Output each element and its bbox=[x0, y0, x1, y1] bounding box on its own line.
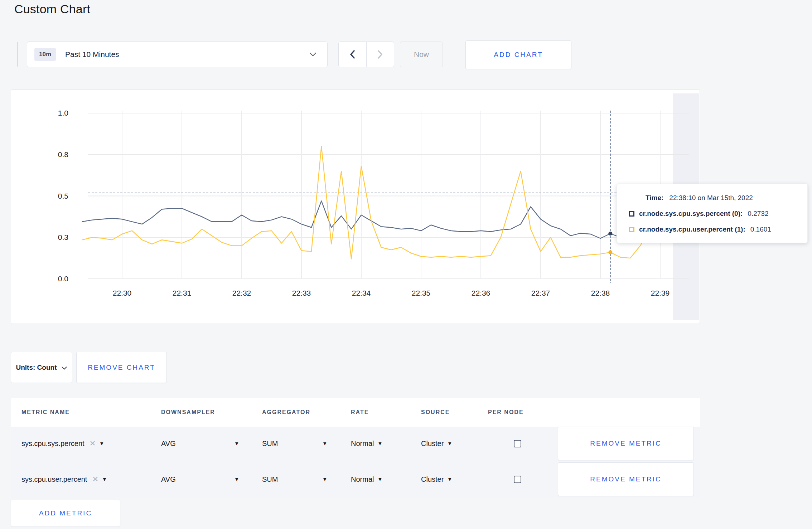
aggregator-dropdown[interactable]: SUM ▼ bbox=[262, 475, 327, 484]
now-button[interactable]: Now bbox=[400, 42, 443, 67]
svg-text:0.5: 0.5 bbox=[58, 192, 68, 200]
remove-chart-button[interactable]: REMOVE CHART bbox=[76, 352, 167, 383]
metric-name-value: sys.cpu.sys.percent bbox=[21, 440, 84, 448]
rate-dropdown[interactable]: Normal ▼ bbox=[351, 440, 421, 448]
time-back-button[interactable] bbox=[339, 42, 366, 67]
metric-name-dropdown[interactable]: sys.cpu.sys.percent ✕ ▼ bbox=[21, 439, 161, 448]
source-dropdown[interactable]: Cluster ▼ bbox=[421, 440, 488, 448]
aggregator-dropdown[interactable]: SUM ▼ bbox=[262, 440, 327, 448]
time-forward-button[interactable] bbox=[366, 42, 394, 67]
svg-text:0.0: 0.0 bbox=[58, 275, 68, 283]
time-range-label: Past 10 Minutes bbox=[65, 50, 119, 59]
tooltip-series-row: cr.node.sys.cpu.user.percent (1): 0.1601 bbox=[629, 225, 800, 233]
tooltip-series-value: 0.2732 bbox=[748, 210, 768, 218]
caret-down-icon: ▼ bbox=[322, 441, 327, 446]
add-chart-button[interactable]: ADD CHART bbox=[465, 40, 571, 69]
caret-down-icon: ▼ bbox=[102, 476, 107, 482]
caret-down-icon: ▼ bbox=[377, 441, 382, 446]
page-title: Custom Chart bbox=[14, 2, 90, 16]
chevron-down-icon bbox=[309, 52, 316, 57]
sys-series-swatch-icon bbox=[629, 211, 634, 217]
chart-tooltip: Time: 22:38:10 on Mar 15th, 2022 cr.node… bbox=[617, 184, 808, 243]
rate-value: Normal bbox=[351, 440, 374, 448]
tooltip-series-value: 0.1601 bbox=[750, 225, 771, 233]
svg-text:22:30: 22:30 bbox=[113, 289, 132, 297]
downsampler-dropdown[interactable]: AVG ▼ bbox=[161, 475, 239, 484]
clear-metric-icon[interactable]: ✕ bbox=[90, 439, 96, 448]
rate-dropdown[interactable]: Normal ▼ bbox=[351, 475, 421, 484]
metric-row-user: sys.cpu.user.percent ✕ ▼ AVG ▼ SUM ▼ Nor… bbox=[11, 462, 700, 496]
chevron-left-icon bbox=[350, 50, 355, 59]
col-header-rate: RATE bbox=[351, 409, 421, 416]
remove-metric-button[interactable]: REMOVE METRIC bbox=[558, 462, 694, 496]
caret-down-icon: ▼ bbox=[377, 476, 382, 482]
svg-text:22:38: 22:38 bbox=[591, 289, 610, 297]
col-header-source: SOURCE bbox=[421, 409, 488, 416]
downsampler-value: AVG bbox=[161, 475, 176, 484]
col-header-aggregator: AGGREGATOR bbox=[262, 409, 351, 416]
metric-row-sys: sys.cpu.sys.percent ✕ ▼ AVG ▼ SUM ▼ Norm… bbox=[11, 427, 700, 460]
remove-metric-button[interactable]: REMOVE METRIC bbox=[558, 427, 694, 460]
custom-chart-page: Custom Chart 10m Past 10 Minutes Now ADD… bbox=[0, 0, 812, 529]
user-series-swatch-icon bbox=[629, 227, 634, 232]
clear-metric-icon[interactable]: ✕ bbox=[92, 475, 98, 484]
caret-down-icon: ▼ bbox=[234, 476, 239, 482]
downsampler-value: AVG bbox=[161, 440, 176, 448]
col-header-per-node: PER NODE bbox=[488, 409, 559, 416]
svg-text:0.8: 0.8 bbox=[58, 150, 68, 159]
time-range-badge: 10m bbox=[34, 48, 56, 61]
units-selector[interactable]: Units: Count bbox=[11, 352, 72, 383]
time-range-selector[interactable]: 10m Past 10 Minutes bbox=[27, 42, 328, 67]
downsampler-dropdown[interactable]: AVG ▼ bbox=[161, 440, 239, 448]
tooltip-series-label: cr.node.sys.cpu.sys.percent (0): bbox=[639, 210, 743, 218]
svg-text:22:37: 22:37 bbox=[531, 289, 550, 297]
tooltip-time-value: 22:38:10 on Mar 15th, 2022 bbox=[669, 194, 753, 202]
metrics-table-header: METRIC NAME DOWNSAMPLER AGGREGATOR RATE … bbox=[11, 398, 700, 427]
metric-name-value: sys.cpu.user.percent bbox=[21, 475, 87, 484]
metric-name-dropdown[interactable]: sys.cpu.user.percent ✕ ▼ bbox=[21, 475, 161, 484]
rate-value: Normal bbox=[351, 475, 374, 484]
svg-text:22:32: 22:32 bbox=[232, 289, 251, 297]
per-node-checkbox[interactable] bbox=[514, 476, 521, 483]
svg-text:22:39: 22:39 bbox=[651, 289, 670, 297]
tooltip-series-label: cr.node.sys.cpu.user.percent (1): bbox=[639, 225, 745, 233]
chevron-right-icon bbox=[378, 50, 383, 59]
caret-down-icon: ▼ bbox=[447, 441, 452, 446]
col-header-downsampler: DOWNSAMPLER bbox=[161, 409, 262, 416]
add-metric-button[interactable]: ADD METRIC bbox=[11, 500, 120, 527]
aggregator-value: SUM bbox=[262, 475, 278, 484]
units-label: Units: Count bbox=[16, 364, 57, 372]
caret-down-icon: ▼ bbox=[234, 441, 239, 446]
svg-text:0.3: 0.3 bbox=[58, 233, 68, 241]
caret-down-icon: ▼ bbox=[447, 476, 452, 482]
chevron-down-icon bbox=[62, 364, 67, 372]
svg-text:22:31: 22:31 bbox=[173, 289, 192, 297]
caret-down-icon: ▼ bbox=[322, 476, 327, 482]
tooltip-series-row: cr.node.sys.cpu.sys.percent (0): 0.2732 bbox=[629, 210, 800, 218]
source-dropdown[interactable]: Cluster ▼ bbox=[421, 475, 488, 484]
chart-card: 0.00.30.50.81.022:3022:3122:3222:3322:34… bbox=[11, 89, 700, 324]
source-value: Cluster bbox=[421, 475, 444, 484]
per-node-checkbox[interactable] bbox=[514, 440, 521, 447]
col-header-metric-name: METRIC NAME bbox=[21, 409, 161, 416]
time-nav-group bbox=[338, 42, 394, 67]
tooltip-time-label: Time: bbox=[646, 194, 663, 202]
svg-text:22:33: 22:33 bbox=[292, 289, 311, 297]
caret-down-icon: ▼ bbox=[99, 441, 104, 446]
aggregator-value: SUM bbox=[262, 440, 278, 448]
custom-chart-plot[interactable]: 0.00.30.50.81.022:3022:3122:3222:3322:34… bbox=[11, 90, 700, 324]
source-value: Cluster bbox=[421, 440, 444, 448]
svg-text:22:36: 22:36 bbox=[472, 289, 490, 297]
svg-text:1.0: 1.0 bbox=[58, 109, 68, 117]
controls-left-divider bbox=[17, 42, 18, 67]
svg-text:22:34: 22:34 bbox=[352, 289, 371, 297]
svg-text:22:35: 22:35 bbox=[412, 289, 431, 297]
